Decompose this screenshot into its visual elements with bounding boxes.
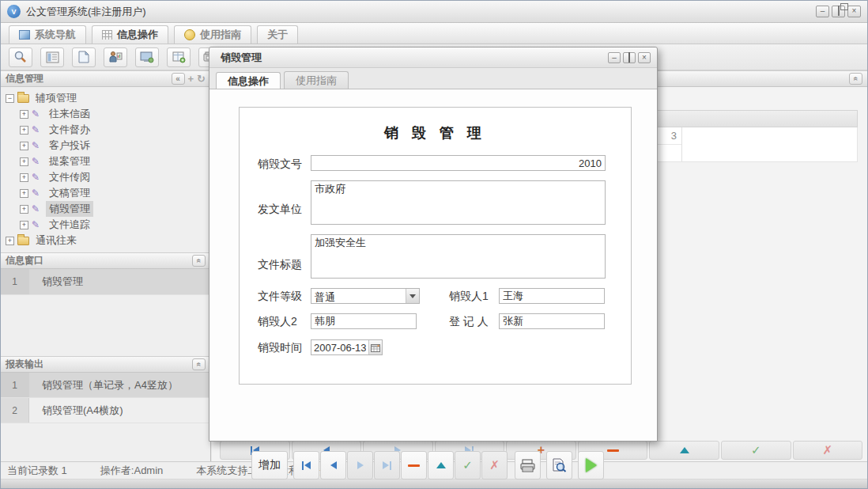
destroyer2-input[interactable] <box>311 313 417 329</box>
cross-icon: ✗ <box>822 443 832 457</box>
list-item[interactable]: 2 销毁管理(A4横放) <box>1 398 210 423</box>
expand-icon[interactable]: + <box>20 189 28 198</box>
close-button[interactable]: × <box>847 6 861 17</box>
expand-icon[interactable]: + <box>20 205 28 214</box>
chevron-down-icon[interactable] <box>406 289 419 303</box>
dialog-minimize-button[interactable]: – <box>608 52 621 63</box>
dialog-close-button[interactable]: × <box>638 52 651 63</box>
expand-icon[interactable]: + <box>20 221 28 229</box>
tab-info-ops[interactable]: 信息操作 <box>216 72 281 89</box>
expand-icon[interactable]: + <box>20 126 28 135</box>
last-button[interactable] <box>374 451 400 480</box>
expand-icon[interactable]: + <box>6 237 14 245</box>
post-button[interactable]: ✓ <box>455 451 481 480</box>
delete-button[interactable] <box>401 451 427 480</box>
info-manage-panel-header: 信息管理 « + ↻ <box>1 70 210 87</box>
nav-cancel-button[interactable]: ✗ <box>793 441 863 460</box>
collapse-expander-icon[interactable]: − <box>6 94 14 103</box>
prev-button[interactable] <box>320 451 346 480</box>
add-icon[interactable]: + <box>188 73 194 85</box>
destroy-time-field[interactable] <box>311 339 383 355</box>
run-button[interactable] <box>578 451 604 480</box>
expand-icon[interactable]: + <box>20 157 28 166</box>
sidebar: 信息管理 « + ↻ − 辅项管理 + ✎ 往来信函 + ✎ 文件督办 <box>1 70 211 461</box>
tree-item-label: 往来信函 <box>46 106 93 122</box>
tree-item-proposals[interactable]: + ✎ 提案管理 <box>6 154 210 169</box>
cancel-button[interactable]: ✗ <box>481 451 508 480</box>
destroy-time-input[interactable] <box>311 340 368 354</box>
nav-edit-button[interactable] <box>649 441 719 460</box>
refresh-icon[interactable]: ↻ <box>197 73 206 85</box>
print-button[interactable] <box>515 451 541 480</box>
tree-item-label: 文件督办 <box>46 122 93 138</box>
panel-title: 信息窗口 <box>6 254 43 267</box>
expand-icon[interactable]: + <box>20 142 28 150</box>
tree-item-communications[interactable]: + 通讯往来 <box>6 233 210 248</box>
monitor-icon <box>140 51 154 63</box>
issuing-unit-textarea[interactable]: 市政府 <box>311 180 606 225</box>
nav-post-button[interactable]: ✓ <box>721 441 791 460</box>
collapse-up-icon[interactable]: « <box>849 73 862 85</box>
user-report-button[interactable] <box>104 47 127 67</box>
minus-icon <box>607 449 619 452</box>
registrar-input[interactable] <box>499 313 605 329</box>
dialog-maximize-button[interactable] <box>623 52 636 63</box>
tree-item-circulation[interactable]: + ✎ 文件传阅 <box>6 169 210 185</box>
prev-icon <box>330 461 337 469</box>
calendar-icon[interactable] <box>368 340 382 354</box>
form-view-button[interactable] <box>40 47 64 67</box>
tree-item-tracking[interactable]: + ✎ 文件追踪 <box>6 217 210 233</box>
tab-user-guide[interactable]: 使用指南 <box>284 71 349 89</box>
registrar-label: 登 记 人 <box>449 315 489 329</box>
expand-icon[interactable]: + <box>20 110 28 119</box>
tree-item-drafts[interactable]: + ✎ 文稿管理 <box>6 185 210 201</box>
collapse-up-icon[interactable]: « <box>192 255 206 267</box>
form-heading: 销 毁 管 理 <box>240 123 631 142</box>
print-preview-icon <box>552 458 567 472</box>
edit-button[interactable] <box>428 451 454 480</box>
app-window: V 公文管理系统(非注册用户) – × 系统导航 信息操作 使用指南 关于 <box>0 0 868 489</box>
list-item[interactable]: 1 销毁管理 <box>1 269 210 295</box>
play-icon <box>586 458 597 472</box>
collapse-left-icon[interactable]: « <box>172 73 185 85</box>
tree-item-aux-manage[interactable]: − 辅项管理 <box>6 90 210 106</box>
tree-item-supervise[interactable]: + ✎ 文件督办 <box>6 122 210 138</box>
monitor-button[interactable] <box>135 47 159 67</box>
destruction-dialog: 销毁管理 – × 信息操作 使用指南 销 毁 管 理 销毁文号 发文单位 市政府… <box>209 47 658 442</box>
doc-title-textarea[interactable]: 加强安全生 <box>311 234 606 279</box>
expand-icon[interactable]: + <box>20 173 28 182</box>
row-label: 销毁管理 <box>29 269 210 294</box>
tree-item-destruction[interactable]: + ✎ 销毁管理 <box>6 201 210 217</box>
doc-level-select[interactable]: 普通 <box>311 288 420 304</box>
collapse-up-icon[interactable]: « <box>192 358 206 370</box>
menu-info-ops[interactable]: 信息操作 <box>92 25 168 44</box>
info-window-list: 1 销毁管理 <box>1 269 210 356</box>
table-add-button[interactable] <box>167 47 191 67</box>
grid-icon <box>102 30 112 40</box>
document-button[interactable] <box>72 47 96 67</box>
restore-button[interactable] <box>832 6 845 17</box>
preview-button[interactable] <box>546 451 572 480</box>
info-tree: − 辅项管理 + ✎ 往来信函 + ✎ 文件督办 + ✎ 客户投诉 + ✎ <box>1 87 210 252</box>
minimize-button[interactable]: – <box>816 6 829 17</box>
panel-title: 信息管理 <box>6 72 43 85</box>
search-button[interactable] <box>9 47 32 67</box>
menu-label: 使用指南 <box>200 28 241 42</box>
grid-cell: 3 <box>656 130 677 142</box>
next-button[interactable] <box>347 451 373 480</box>
menu-system-nav[interactable]: 系统导航 <box>9 25 86 44</box>
module-pencil-icon: ✎ <box>32 157 43 166</box>
dialog-content: 销 毁 管 理 销毁文号 发文单位 市政府 文件标题 加强安全生 文件等级 普通… <box>209 89 657 441</box>
menu-user-guide[interactable]: 使用指南 <box>174 25 251 44</box>
doc-no-input[interactable] <box>311 155 606 171</box>
tree-item-label: 提案管理 <box>46 154 93 169</box>
first-button[interactable] <box>293 451 319 480</box>
menu-about[interactable]: 关于 <box>257 25 298 44</box>
module-pencil-icon: ✎ <box>32 204 43 214</box>
tree-item-complaints[interactable]: + ✎ 客户投诉 <box>6 138 210 154</box>
tree-item-letters[interactable]: + ✎ 往来信函 <box>6 106 210 122</box>
destroyer1-input[interactable] <box>499 288 605 304</box>
add-button[interactable]: 增加 <box>251 451 288 480</box>
list-item[interactable]: 1 销毁管理（单记录，A4竖放） <box>1 373 210 398</box>
dialog-titlebar[interactable]: 销毁管理 – × <box>209 47 657 68</box>
